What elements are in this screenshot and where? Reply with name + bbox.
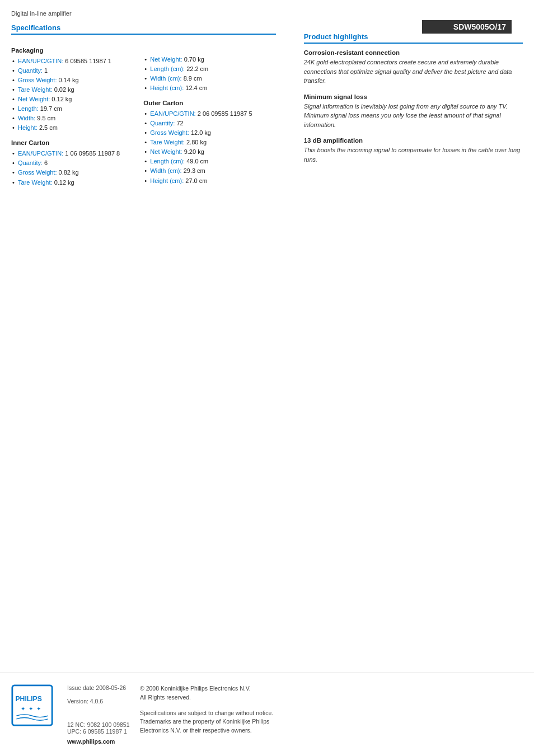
packaging-list: EAN/UPC/GTIN: 6 09585 11987 1Quantity: 1… (11, 57, 138, 133)
specifications-heading: Specifications (11, 24, 276, 35)
footer-nc-upc: 12 NC: 9082 100 09851UPC: 6 09585 11987 … (67, 721, 140, 735)
highlight-desc: 24K gold-electroplated connectors create… (304, 58, 523, 86)
inner-carton-heading: Inner Carton (11, 139, 138, 146)
disclaimer-text: Specifications are subject to change wit… (140, 710, 273, 734)
version-label: Version: 4.0.6 (67, 698, 140, 705)
highlights-list: Corrosion-resistant connection 24K gold-… (304, 49, 523, 164)
footer-copyright: © 2008 Koninklijke Philips Electronics N… (140, 684, 523, 702)
packaging-right-list: Net Weight: 0.70 kgLength (cm): 22.2 cmW… (143, 55, 275, 93)
highlight-item: Corrosion-resistant connection 24K gold-… (304, 49, 523, 86)
footer-website: www.philips.com (67, 738, 140, 745)
list-item: Length (cm): 49.0 cm (143, 157, 275, 166)
list-item: EAN/UPC/GTIN: 6 09585 11987 1 (11, 57, 138, 66)
list-item: Width (cm): 29.3 cm (143, 166, 275, 176)
list-item: Height: 2.5 cm (11, 123, 138, 133)
list-item: Width: 9.5 cm (11, 114, 138, 123)
left-panel: Digital in-line amplifier Specifications… (11, 10, 293, 673)
main-content: Digital in-line amplifier Specifications… (0, 0, 534, 673)
product-subtitle: Digital in-line amplifier (11, 10, 276, 17)
list-item: Quantity: 72 (143, 119, 275, 128)
list-item: Width (cm): 8.9 cm (143, 74, 275, 83)
issue-date-label: Issue date 2008-05-26 (67, 684, 140, 691)
footer-meta: Issue date 2008-05-26 Version: 4.0.6 12 … (67, 684, 523, 745)
highlight-title: 13 dB amplification (304, 137, 523, 144)
footer-col1: Issue date 2008-05-26 Version: 4.0.6 12 … (67, 684, 140, 745)
footer-col3: © 2008 Koninklijke Philips Electronics N… (140, 684, 523, 745)
svg-text:✦: ✦ (36, 706, 41, 712)
list-item: Gross Weight: 0.14 kg (11, 76, 138, 85)
specs-col-right: Net Weight: 0.70 kgLength (cm): 22.2 cmW… (143, 40, 275, 192)
list-item: Tare Weight: 0.12 kg (11, 178, 138, 187)
highlight-item: 13 dB amplification This boosts the inco… (304, 137, 523, 164)
philips-logo-icon: PHILIPS ✦ ✦ ✦ (11, 684, 53, 726)
footer-columns: Issue date 2008-05-26 Version: 4.0.6 12 … (67, 684, 523, 745)
list-item: Gross Weight: 12.0 kg (143, 128, 275, 138)
highlight-desc: This boosts the incoming signal to compe… (304, 145, 523, 164)
footer-disclaimer: Specifications are subject to change wit… (140, 709, 523, 735)
list-item: Gross Weight: 0.82 kg (11, 168, 138, 177)
highlight-desc: Signal information is inevitably lost go… (304, 102, 523, 130)
svg-text:PHILIPS: PHILIPS (16, 695, 42, 703)
highlights-heading: Product highlights (304, 32, 523, 44)
packaging-heading: Packaging (11, 47, 138, 54)
specs-col-left: Packaging EAN/UPC/GTIN: 6 09585 11987 1Q… (11, 40, 143, 192)
copyright-text: © 2008 Koninklijke Philips Electronics N… (140, 685, 251, 701)
list-item: Quantity: 1 (11, 66, 138, 76)
outer-carton-list: EAN/UPC/GTIN: 2 06 09585 11987 5Quantity… (143, 109, 275, 185)
list-item: EAN/UPC/GTIN: 2 06 09585 11987 5 (143, 109, 275, 119)
footer: PHILIPS ✦ ✦ ✦ Issue date 2008-05-26 Vers… (0, 673, 534, 756)
highlight-title: Corrosion-resistant connection (304, 49, 523, 56)
inner-carton-list: EAN/UPC/GTIN: 1 06 09585 11987 8Quantity… (11, 149, 138, 187)
list-item: Height (cm): 27.0 cm (143, 176, 275, 186)
list-item: Length (cm): 22.2 cm (143, 64, 275, 74)
list-item: Net Weight: 0.12 kg (11, 95, 138, 104)
list-item: Length: 19.7 cm (11, 104, 138, 114)
list-item: Net Weight: 9.20 kg (143, 147, 275, 157)
right-panel-top: SDW5005O/17 Product highlights Corrosion… (304, 10, 523, 164)
nc-upc-text: 12 NC: 9082 100 09851UPC: 6 09585 11987 … (67, 721, 130, 735)
list-item: EAN/UPC/GTIN: 1 06 09585 11987 8 (11, 149, 138, 158)
right-panel: SDW5005O/17 Product highlights Corrosion… (293, 10, 523, 673)
list-item: Net Weight: 0.70 kg (143, 55, 275, 64)
product-title-bar: SDW5005O/17 (422, 20, 512, 34)
highlight-title: Minimum signal loss (304, 93, 523, 100)
list-item: Tare Weight: 2.80 kg (143, 138, 275, 147)
list-item: Tare Weight: 0.02 kg (11, 85, 138, 95)
svg-text:✦: ✦ (29, 706, 33, 712)
highlight-item: Minimum signal loss Signal information i… (304, 93, 523, 130)
outer-carton-heading: Outer Carton (143, 100, 275, 106)
specs-two-col: Packaging EAN/UPC/GTIN: 6 09585 11987 1Q… (11, 40, 276, 192)
page-wrapper: Digital in-line amplifier Specifications… (0, 0, 534, 756)
svg-text:✦: ✦ (21, 706, 25, 712)
list-item: Height (cm): 12.4 cm (143, 83, 275, 93)
footer-logo: PHILIPS ✦ ✦ ✦ (11, 684, 56, 727)
list-item: Quantity: 6 (11, 158, 138, 168)
